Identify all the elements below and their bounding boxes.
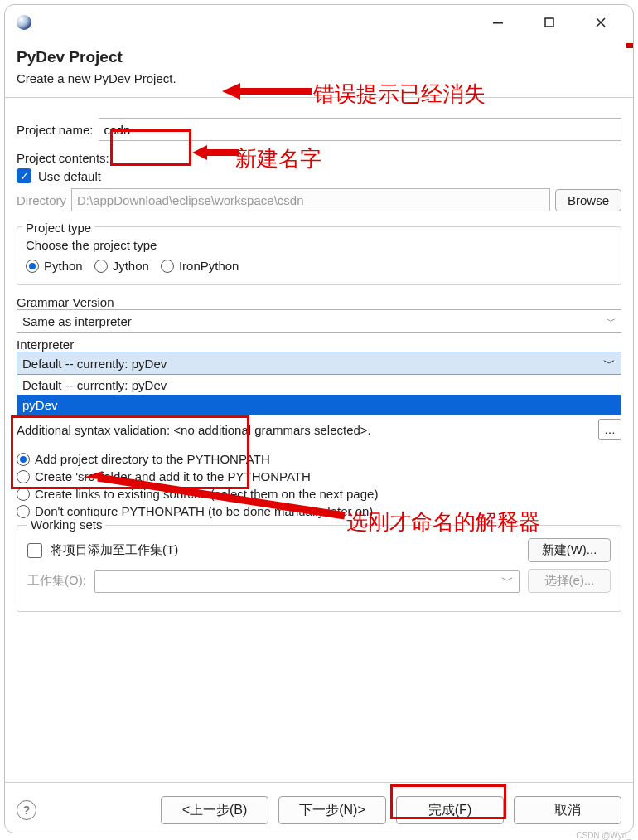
workingsets-label: 工作集(O): (27, 573, 86, 589)
maximize-button[interactable] (534, 11, 565, 34)
interpreter-select[interactable]: Default -- currently: pyDev ﹀ (17, 352, 621, 375)
select-workingset-button[interactable]: 选择(e)... (528, 569, 611, 593)
project-type-legend: Project type (22, 221, 94, 235)
project-contents-label: Project contents: (17, 151, 621, 165)
add-to-workingset-label: 将项目添加至工作集(T) (51, 542, 520, 558)
radio-icon (161, 260, 174, 273)
pythonpath-option-add[interactable]: Add project directory to the PYTHONPATH (17, 452, 621, 466)
help-icon[interactable]: ? (17, 800, 36, 820)
working-sets-legend: Working sets (27, 517, 105, 532)
finish-button[interactable]: 完成(F) (396, 796, 504, 824)
syntax-more-button[interactable]: … (598, 419, 621, 440)
pythonpath-option-src[interactable]: Create 'src' folder and add it to the PY… (17, 469, 621, 483)
close-button[interactable] (585, 11, 616, 34)
radio-icon (26, 260, 39, 273)
pythonpath-option-links[interactable]: Create links to existing sources (select… (17, 487, 621, 501)
project-name-input[interactable] (99, 118, 621, 141)
radio-icon (17, 505, 30, 518)
use-default-label: Use default (38, 169, 101, 183)
watermark: CSDN @Wyn_ (576, 831, 631, 840)
use-default-checkbox[interactable] (17, 168, 31, 183)
svg-rect-1 (545, 18, 553, 27)
browse-button[interactable]: Browse (555, 189, 621, 211)
chevron-down-icon: ﹀ (603, 356, 616, 371)
next-button[interactable]: 下一步(N)> (278, 796, 386, 824)
dialog-subtitle: Create a new PyDev Project. (17, 71, 621, 85)
pythonpath-option-none[interactable]: Don't configure PYTHONPATH (to be done m… (17, 504, 621, 518)
directory-input (71, 188, 550, 211)
project-type-choose: Choose the project type (26, 238, 612, 252)
syntax-validation-label: Additional syntax validation: <no additi… (17, 423, 593, 437)
radio-icon (17, 470, 30, 483)
minimize-button[interactable] (482, 11, 514, 34)
grammar-select[interactable]: Same as interpreter ﹀ (17, 309, 621, 333)
radio-icon (17, 488, 30, 501)
cancel-button[interactable]: 取消 (514, 796, 621, 824)
interpreter-dropdown-list: Default -- currently: pyDev pyDev (17, 375, 621, 415)
project-type-jython[interactable]: Jython (94, 259, 149, 273)
radio-icon (94, 260, 108, 273)
workingsets-select[interactable]: ﹀ (94, 570, 520, 593)
dialog-header: PyDev Project Create a new PyDev Project… (5, 40, 633, 98)
eclipse-icon (17, 15, 31, 30)
project-name-label: Project name: (17, 123, 94, 137)
directory-label: Directory (17, 193, 66, 207)
dialog-title: PyDev Project (17, 48, 621, 66)
radio-icon (17, 453, 30, 466)
new-workingset-button[interactable]: 新建(W)... (528, 538, 611, 562)
chevron-down-icon: ﹀ (501, 573, 514, 589)
project-type-python[interactable]: Python (26, 259, 83, 273)
svg-rect-0 (493, 22, 503, 24)
project-type-ironpython[interactable]: IronPython (161, 259, 239, 273)
interpreter-label: Interpreter (17, 337, 621, 352)
add-to-workingset-checkbox[interactable] (27, 543, 42, 558)
interpreter-option-default[interactable]: Default -- currently: pyDev (17, 375, 621, 395)
back-button[interactable]: <上一步(B) (161, 796, 268, 824)
titlebar (5, 5, 633, 40)
chevron-down-icon: ﹀ (607, 315, 616, 328)
interpreter-option-pydev[interactable]: pyDev (17, 395, 621, 415)
grammar-label: Grammar Version (17, 295, 621, 309)
